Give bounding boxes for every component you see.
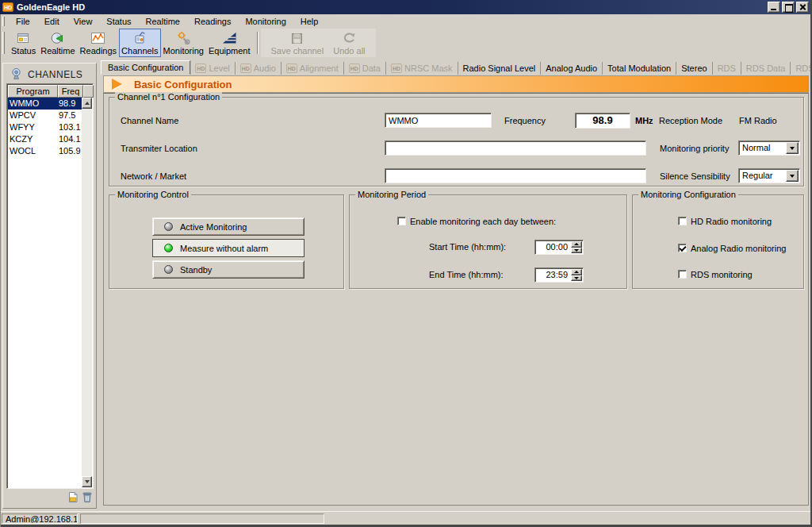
toolbar-button-label: Status: [11, 46, 36, 56]
tab-analog-audio[interactable]: Analog Audio: [541, 62, 603, 75]
button-label: Standby: [180, 265, 212, 275]
channel-freq: 97.5: [57, 110, 83, 121]
spin-down-button[interactable]: [571, 248, 582, 254]
menu-help[interactable]: Help: [293, 15, 326, 28]
tab-alignment: HDAlignment: [282, 62, 344, 75]
channel-program: WMMO: [8, 98, 57, 110]
delete-channel-icon[interactable]: [82, 491, 93, 503]
column-header-program[interactable]: Program: [8, 85, 58, 98]
channels-scrollbar[interactable]: [82, 98, 92, 487]
tab-rds: RDS: [713, 62, 741, 75]
tab-label: Radio Signal Level: [463, 63, 536, 73]
tab-basic-configuration[interactable]: Basic Configuration: [101, 60, 190, 75]
monitoring-icon: [176, 31, 191, 45]
toolbar-equipment-button[interactable]: Equipment: [206, 29, 253, 57]
menu-gripper: [2, 17, 5, 26]
tab-total-modulation[interactable]: Total Modulation: [603, 62, 676, 75]
menu-readings[interactable]: Readings: [187, 15, 238, 28]
toolbar-status-button[interactable]: Status: [9, 29, 38, 57]
tab-stereo[interactable]: Stereo: [676, 62, 712, 75]
toolbar-readings-button[interactable]: Readings: [78, 29, 119, 57]
add-channel-icon[interactable]: [67, 491, 79, 503]
channel-row[interactable]: WMMO 98.9: [8, 98, 83, 110]
menu-view[interactable]: View: [67, 15, 100, 28]
toolbar: Status Realtime Readings: [0, 29, 812, 57]
network-market-label: Network / Market: [121, 171, 186, 181]
spin-down-button[interactable]: [571, 275, 582, 282]
tab-radio-signal-level[interactable]: Radio Signal Level: [458, 62, 542, 75]
channels-icon: [132, 31, 147, 45]
enable-monitoring-checkbox[interactable]: [397, 217, 406, 225]
minimize-button[interactable]: [768, 2, 780, 13]
channel-freq: 105.9: [57, 145, 83, 157]
tab-label: RDS Data: [746, 63, 786, 73]
hd-icon: HD: [349, 63, 360, 73]
analog-radio-monitoring-checkbox[interactable]: [678, 244, 687, 252]
standby-button[interactable]: Standby: [152, 260, 304, 279]
frequency-value[interactable]: 98.9: [575, 113, 630, 129]
toolbar-monitoring-button[interactable]: Monitoring: [161, 29, 206, 57]
toolbar-channels-button[interactable]: Channels: [119, 29, 160, 57]
close-button[interactable]: [796, 2, 809, 13]
arrow-down-icon: [574, 277, 579, 279]
channel-program: KCZY: [8, 133, 57, 145]
channel-row[interactable]: WFYY 103.1: [8, 121, 83, 133]
tab-nrsc-mask: HDNRSC Mask: [386, 62, 458, 75]
tab-label: RDS Group: [795, 63, 812, 73]
toolbar-realtime-button[interactable]: Realtime: [38, 29, 77, 57]
rds-monitoring-label: RDS monitoring: [691, 270, 753, 279]
tab-label: Audio: [254, 63, 276, 73]
channels-panel: CHANNELS Program Freq WMMO 98.9 WPCV 97.…: [2, 63, 97, 509]
menu-file[interactable]: File: [9, 15, 37, 28]
group-title: Monitoring Control: [115, 190, 191, 199]
undo-all-button: Undo all: [331, 29, 367, 57]
channel-name-input[interactable]: [385, 113, 492, 128]
transmitter-location-label: Transmiter Location: [121, 144, 197, 153]
realtime-icon: [50, 31, 65, 45]
monitoring-priority-label: Monitoring priority: [660, 144, 729, 153]
silence-sensibility-select[interactable]: Regular: [738, 168, 800, 183]
status-icon: [16, 31, 31, 45]
group-title: Monitoring Period: [355, 190, 428, 199]
end-time-spinner[interactable]: 23:59: [534, 267, 584, 283]
column-header-filler: [83, 85, 94, 98]
menu-realtime[interactable]: Realtime: [139, 15, 187, 28]
measure-without-alarm-button[interactable]: Measure without alarm: [152, 239, 304, 257]
transmitter-location-input[interactable]: [385, 140, 646, 156]
maximize-button[interactable]: [782, 2, 795, 13]
hd-radio-monitoring-label: HD Radio monitoring: [691, 217, 772, 226]
channel-row[interactable]: KCZY 104.1: [8, 133, 83, 145]
reception-mode-label: Reception Mode: [659, 116, 722, 125]
led-green-icon: [164, 244, 173, 252]
channel-freq: 98.9: [57, 98, 83, 110]
column-header-freq[interactable]: Freq: [58, 85, 83, 98]
channel-row[interactable]: WPCV 97.5: [8, 110, 83, 121]
toolbar-separator: [257, 32, 259, 54]
monitoring-priority-select[interactable]: Normal: [738, 140, 800, 156]
start-time-spinner[interactable]: 00:00: [534, 240, 584, 255]
monitoring-period-group: Monitoring Period Enable monitoring each…: [349, 194, 627, 289]
window-title: GoldenEagle HD: [17, 2, 85, 12]
menu-status[interactable]: Status: [99, 15, 138, 28]
arrow-down-icon: [85, 480, 90, 483]
tab-rds-group: RDS Group: [791, 62, 812, 75]
spin-up-button[interactable]: [571, 269, 582, 275]
group-title: Monitoring Configuration: [638, 190, 738, 199]
channel-row[interactable]: WOCL 105.9: [8, 145, 83, 157]
hd-radio-monitoring-checkbox[interactable]: [678, 217, 687, 225]
spin-up-button[interactable]: [571, 241, 582, 248]
menu-edit[interactable]: Edit: [37, 15, 67, 28]
menu-bar: File Edit View Status Realtime Readings …: [0, 14, 812, 29]
scroll-down-button[interactable]: [82, 476, 92, 487]
active-monitoring-button[interactable]: Active Monitoring: [152, 217, 304, 236]
scroll-up-button[interactable]: [82, 98, 92, 109]
main-content: Channel n°1 Configuration Channel Name F…: [103, 93, 809, 506]
arrow-up-icon: [85, 102, 90, 105]
dropdown-button[interactable]: [786, 170, 799, 182]
dropdown-button[interactable]: [786, 142, 799, 154]
reception-mode-value: FM Radio: [739, 116, 777, 125]
rds-monitoring-checkbox[interactable]: [678, 270, 687, 279]
network-market-input[interactable]: [385, 168, 646, 183]
selected-value: Regular: [739, 169, 785, 183]
menu-monitoring[interactable]: Monitoring: [238, 15, 293, 28]
